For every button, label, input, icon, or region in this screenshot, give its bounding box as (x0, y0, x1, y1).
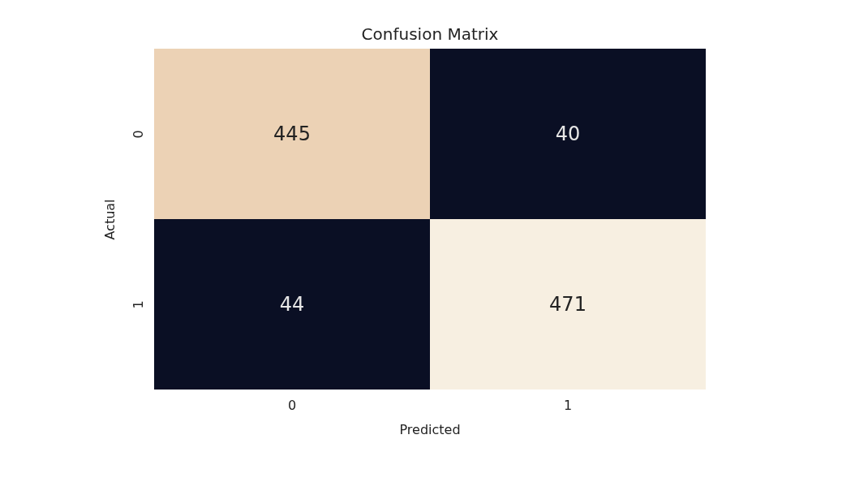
cell-actual-0-predicted-0: 445 (154, 49, 430, 219)
xtick-0: 0 (154, 398, 430, 413)
cell-actual-1-predicted-0: 44 (154, 219, 430, 390)
x-axis-label: Predicted (154, 422, 706, 437)
confusion-matrix-chart: Confusion Matrix 445 40 44 471 0 1 0 1 P… (154, 24, 706, 430)
y-axis-label: Actual (101, 49, 118, 390)
ytick-1: 1 (130, 219, 146, 390)
ytick-0: 0 (130, 49, 146, 219)
xtick-1: 1 (430, 398, 706, 413)
chart-title: Confusion Matrix (154, 24, 706, 44)
heatmap-grid: 445 40 44 471 (154, 49, 706, 390)
cell-actual-0-predicted-1: 40 (430, 49, 706, 219)
cell-actual-1-predicted-1: 471 (430, 219, 706, 390)
